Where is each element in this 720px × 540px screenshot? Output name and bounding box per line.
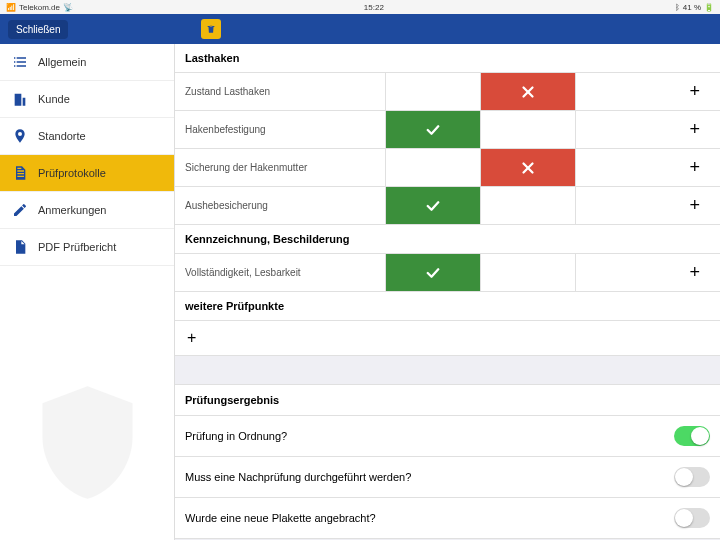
add-checkpoint-button[interactable]: + [175,321,720,356]
building-icon [12,91,28,107]
battery-icon: 🔋 [704,3,714,12]
pdf-icon [12,239,28,255]
bad-cell[interactable] [480,73,575,110]
bad-cell[interactable] [480,187,575,224]
ok-cell[interactable] [385,254,480,291]
battery-text: 41 % [683,3,701,12]
sidebar: Allgemein Kunde Standorte Prüfprotokolle… [0,44,175,540]
bluetooth-icon: ᛒ [675,3,680,12]
status-time: 15:22 [364,3,384,12]
carrier-text: Telekom.de [19,3,60,12]
signal-icon: 📶 [6,3,16,12]
ok-cell[interactable] [385,149,480,186]
bad-cell[interactable] [480,149,575,186]
result-row: Prüfung in Ordnung? [175,416,720,457]
checkpoint-row: Zustand Lasthaken+ [175,73,720,111]
checkpoint-label: Zustand Lasthaken [175,73,385,110]
sidebar-item-label: Anmerkungen [38,204,107,216]
expand-button[interactable]: + [575,73,720,110]
sidebar-item-label: Kunde [38,93,70,105]
checkpoint-label: Aushebesicherung [175,187,385,224]
section-header: weitere Prüfpunkte [175,292,720,321]
checkpoint-row: Sicherung der Hakenmutter+ [175,149,720,187]
location-icon [12,128,28,144]
checkpoint-label: Hakenbefestigung [175,111,385,148]
result-label: Muss eine Nachprüfung durchgeführt werde… [185,471,411,483]
section-header: Kennzeichnung, Beschilderung [175,225,720,254]
sidebar-item-standorte[interactable]: Standorte [0,118,174,155]
list-icon [12,54,28,70]
sidebar-item-kunde[interactable]: Kunde [0,81,174,118]
pencil-icon [12,202,28,218]
toggle-switch[interactable] [674,467,710,487]
checkpoint-row: Hakenbefestigung+ [175,111,720,149]
expand-button[interactable]: + [575,149,720,186]
toggle-switch[interactable] [674,508,710,528]
ok-cell[interactable] [385,73,480,110]
result-row: Muss eine Nachprüfung durchgeführt werde… [175,457,720,498]
toggle-switch[interactable] [674,426,710,446]
result-row: Wurde eine neue Plakette angebracht? [175,498,720,539]
ok-cell[interactable] [385,187,480,224]
trash-icon [206,24,216,34]
checkpoint-row: Vollständigkeit, Lesbarkeit+ [175,254,720,292]
sidebar-item-pruefprotokolle[interactable]: Prüfprotokolle [0,155,174,192]
bad-cell[interactable] [480,254,575,291]
sidebar-item-label: Standorte [38,130,86,142]
expand-button[interactable]: + [575,111,720,148]
document-icon [12,165,28,181]
top-bar: Schließen [0,14,720,44]
result-label: Wurde eine neue Plakette angebracht? [185,512,376,524]
section-header: Lasthaken [175,44,720,73]
checkpoint-label: Vollständigkeit, Lesbarkeit [175,254,385,291]
trash-button[interactable] [201,19,221,39]
ok-cell[interactable] [385,111,480,148]
status-bar: 📶 Telekom.de 📡 15:22 ᛒ 41 % 🔋 [0,0,720,14]
checkpoint-row: Aushebesicherung+ [175,187,720,225]
expand-button[interactable]: + [575,254,720,291]
wifi-icon: 📡 [63,3,73,12]
sidebar-item-label: Prüfprotokolle [38,167,106,179]
result-header: Prüfungsergebnis [175,384,720,416]
sidebar-item-anmerkungen[interactable]: Anmerkungen [0,192,174,229]
main-content[interactable]: Lasthaken Zustand Lasthaken+Hakenbefesti… [175,44,720,540]
result-label: Prüfung in Ordnung? [185,430,287,442]
checkpoint-label: Sicherung der Hakenmutter [175,149,385,186]
sidebar-item-label: PDF Prüfbericht [38,241,116,253]
bad-cell[interactable] [480,111,575,148]
sidebar-item-allgemein[interactable]: Allgemein [0,44,174,81]
expand-button[interactable]: + [575,187,720,224]
sidebar-item-pdf[interactable]: PDF Prüfbericht [0,229,174,266]
sidebar-item-label: Allgemein [38,56,86,68]
close-button[interactable]: Schließen [8,20,68,39]
shield-watermark-icon [20,365,155,520]
